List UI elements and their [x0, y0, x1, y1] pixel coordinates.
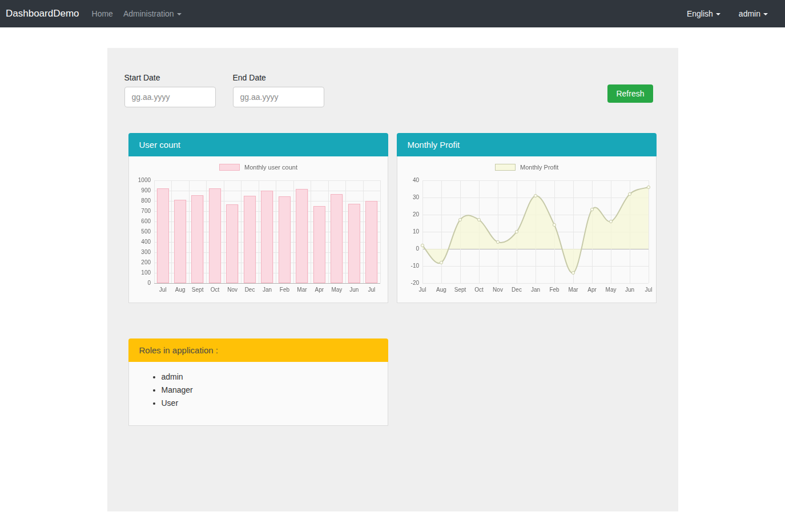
user-count-chart [131, 160, 385, 299]
filter-row: Start Date End Date Refresh [124, 73, 661, 107]
charts-row: User count Monthly Profit [124, 133, 661, 303]
refresh-button[interactable]: Refresh [607, 84, 653, 103]
chevron-down-icon [177, 13, 182, 15]
main-container: Start Date End Date Refresh User count M… [107, 48, 678, 511]
monthly-profit-panel: Monthly Profit [397, 133, 657, 303]
nav-item-administration-label: Administration [123, 9, 174, 18]
language-dropdown-label: English [687, 9, 713, 18]
user-count-panel-body [128, 156, 388, 303]
list-item: User [162, 398, 388, 408]
list-item: Manager [162, 385, 388, 394]
user-dropdown[interactable]: admin [739, 9, 768, 18]
roles-panel-title: Roles in application : [128, 338, 388, 362]
nav-item-home[interactable]: Home [92, 9, 113, 18]
monthly-profit-panel-title: Monthly Profit [397, 133, 657, 156]
end-date-input[interactable] [233, 87, 324, 107]
list-item: admin [162, 372, 388, 381]
monthly-profit-panel-body [397, 156, 657, 303]
user-count-panel: User count [128, 133, 388, 303]
navbar: DashboardDemo Home Administration Englis… [0, 0, 785, 27]
chevron-down-icon [716, 13, 720, 15]
start-date-label: Start Date [124, 73, 216, 82]
roles-panel: Roles in application : adminManagerUser [128, 338, 388, 426]
start-date-input[interactable] [124, 87, 216, 107]
roles-list: adminManagerUser [129, 372, 388, 408]
user-dropdown-label: admin [739, 9, 760, 18]
roles-row: Roles in application : adminManagerUser [124, 338, 661, 426]
language-dropdown[interactable]: English [687, 9, 720, 18]
end-date-group: End Date [233, 73, 324, 107]
start-date-group: Start Date [124, 73, 216, 107]
navbar-right: English admin [687, 9, 768, 18]
brand[interactable]: DashboardDemo [6, 8, 79, 19]
user-count-panel-title: User count [128, 133, 388, 156]
monthly-profit-chart [400, 160, 654, 299]
roles-panel-body: adminManagerUser [128, 362, 388, 426]
chevron-down-icon [763, 13, 768, 15]
nav-item-administration[interactable]: Administration [123, 9, 182, 18]
end-date-label: End Date [233, 73, 324, 82]
